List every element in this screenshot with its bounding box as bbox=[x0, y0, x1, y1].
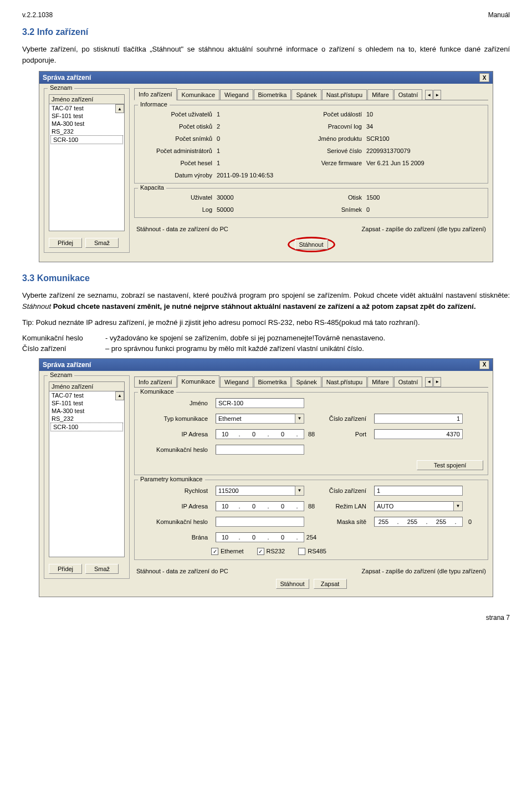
tab-biometrika[interactable]: Biometrika bbox=[254, 89, 291, 100]
ip-octet[interactable]: 0 bbox=[276, 431, 289, 437]
text-span: Vyberte zařízení ze seznamu, zobrazí se … bbox=[22, 291, 510, 299]
input-heslo[interactable] bbox=[216, 445, 304, 455]
device-list[interactable]: ▲ TAC-07 test SF-101 test MA-300 test RS… bbox=[49, 391, 125, 557]
list-item[interactable]: RS_232 bbox=[49, 415, 124, 423]
tab-scroll-left-icon[interactable]: ◄ bbox=[425, 377, 433, 387]
tab-nast-pristupu[interactable]: Nast.přístupu bbox=[322, 89, 367, 100]
lbl-kap-uzivatel: Uživatel bbox=[139, 194, 217, 201]
highlight-ellipse: Stáhnout bbox=[288, 237, 335, 252]
val-pocet-hesel: 1 bbox=[217, 160, 283, 166]
add-button[interactable]: Přidej bbox=[49, 564, 82, 574]
tab-scroll-left-icon[interactable]: ◄ bbox=[425, 90, 433, 100]
close-icon[interactable]: X bbox=[479, 360, 489, 369]
chevron-down-icon[interactable]: ▼ bbox=[454, 501, 463, 511]
input-p-cislo[interactable]: 1 bbox=[374, 486, 463, 496]
input-maska[interactable]: 255. 255. 255. 0 bbox=[374, 517, 463, 527]
ip-octet[interactable]: 0 bbox=[276, 503, 289, 510]
input-jmeno[interactable]: SCR-100 bbox=[216, 398, 304, 408]
write-button[interactable]: Zapsat bbox=[314, 579, 347, 589]
doc-version: v.2.2.1038 bbox=[22, 11, 53, 19]
ip-octet[interactable]: 10 bbox=[218, 503, 232, 510]
ip-octet[interactable]: 0 bbox=[247, 534, 260, 541]
tab-scroll-right-icon[interactable]: ► bbox=[433, 377, 441, 387]
input-p-ip[interactable]: 10. 0. 0. 88 bbox=[216, 501, 304, 511]
tab-komunikace[interactable]: Komunikace bbox=[177, 375, 220, 388]
chevron-down-icon[interactable]: ▼ bbox=[295, 486, 304, 496]
list-item-selected[interactable]: SCR-100 bbox=[50, 423, 123, 431]
chevron-down-icon[interactable]: ▼ bbox=[295, 414, 304, 424]
checkbox-rs485[interactable]: RS485 bbox=[298, 548, 326, 555]
tab-komunikace[interactable]: Komunikace bbox=[177, 89, 220, 100]
list-header[interactable]: Jméno zařízení bbox=[49, 94, 125, 104]
tab-spanek[interactable]: Spánek bbox=[291, 89, 321, 100]
delete-button[interactable]: Smaž bbox=[85, 564, 119, 574]
tab-mifare[interactable]: Mifare bbox=[367, 376, 393, 387]
tab-scroll-right-icon[interactable]: ► bbox=[433, 90, 441, 100]
scroll-up-icon[interactable]: ▲ bbox=[115, 391, 124, 400]
val-kap-log: 50000 bbox=[217, 206, 283, 213]
dialog-titlebar[interactable]: Správa zařízení X bbox=[39, 72, 493, 84]
tab-ostatni[interactable]: Ostatní bbox=[394, 89, 422, 100]
tab-info-zarizeni[interactable]: Info zařízení bbox=[134, 88, 177, 100]
tab-nast-pristupu[interactable]: Nast.přístupu bbox=[322, 376, 367, 387]
input-brana[interactable]: 10. 0. 0. 254 bbox=[216, 532, 304, 542]
dialog-title: Správa zařízení bbox=[43, 74, 91, 82]
list-item[interactable]: TAC-07 test bbox=[49, 391, 124, 399]
legend-parametry: Parametry komunikace bbox=[138, 476, 205, 482]
device-list[interactable]: ▲ TAC-07 test SF-101 test MA-300 test RS… bbox=[49, 104, 125, 231]
fieldset-seznam: Seznam Jméno zařízení ▲ TAC-07 test SF-1… bbox=[44, 88, 130, 253]
list-item[interactable]: SF-101 test bbox=[49, 399, 124, 407]
checkbox-ethernet[interactable]: ✓ Ethernet bbox=[211, 548, 244, 555]
ip-octet[interactable]: 254 bbox=[305, 534, 318, 541]
list-item[interactable]: MA-300 test bbox=[49, 120, 124, 128]
tab-wiegand[interactable]: Wiegand bbox=[220, 376, 253, 387]
checkbox-rs232[interactable]: ✓ RS232 bbox=[257, 548, 285, 555]
download-button[interactable]: Stáhnout bbox=[276, 579, 309, 589]
delete-button[interactable]: Smaž bbox=[85, 238, 119, 248]
ip-octet[interactable]: 0 bbox=[247, 503, 260, 510]
add-button[interactable]: Přidej bbox=[49, 238, 82, 248]
list-item[interactable]: RS_232 bbox=[49, 128, 124, 135]
input-port[interactable]: 4370 bbox=[374, 429, 463, 439]
ip-octet[interactable]: 255 bbox=[377, 518, 390, 525]
list-item-selected[interactable]: SCR-100 bbox=[50, 135, 123, 144]
lbl-kap-log: Log bbox=[139, 206, 217, 213]
tab-wiegand[interactable]: Wiegand bbox=[220, 89, 253, 100]
dialog-titlebar[interactable]: Správa zařízení X bbox=[39, 359, 493, 371]
list-item[interactable]: SF-101 test bbox=[49, 112, 124, 120]
para-tip: Tip: Pokud neznáte IP adresu zařízení, j… bbox=[22, 317, 510, 328]
input-ip[interactable]: 10. 0. 0. 88 bbox=[216, 429, 304, 439]
tab-spanek[interactable]: Spánek bbox=[291, 376, 321, 387]
tab-mifare[interactable]: Mifare bbox=[367, 89, 393, 100]
input-cislo[interactable]: 1 bbox=[374, 414, 463, 424]
download-button[interactable]: Stáhnout bbox=[295, 240, 328, 250]
list-item[interactable]: TAC-07 test bbox=[49, 104, 124, 112]
tab-info-zarizeni[interactable]: Info zařízení bbox=[134, 376, 177, 387]
ip-octet[interactable]: 10 bbox=[218, 431, 232, 437]
close-icon[interactable]: X bbox=[479, 73, 489, 82]
test-connection-button[interactable]: Test spojení bbox=[417, 460, 483, 470]
dropdown-typ[interactable]: Ethernet ▼ bbox=[216, 414, 304, 424]
tab-biometrika[interactable]: Biometrika bbox=[254, 376, 291, 387]
scroll-up-icon[interactable]: ▲ bbox=[115, 104, 124, 113]
lbl-datum-vyroby: Datum výroby bbox=[139, 172, 217, 179]
ip-octet[interactable]: 255 bbox=[406, 518, 419, 525]
dropdown-rychlost[interactable]: 115200 ▼ bbox=[216, 486, 304, 496]
ip-octet[interactable]: 255 bbox=[434, 518, 448, 525]
lbl-kap-snimek: Snímek bbox=[283, 206, 366, 213]
input-p-heslo[interactable] bbox=[216, 517, 304, 527]
ip-octet[interactable]: 10 bbox=[218, 534, 232, 541]
ip-octet[interactable]: 0 bbox=[463, 518, 477, 525]
tab-ostatni[interactable]: Ostatní bbox=[394, 376, 422, 387]
ip-octet[interactable]: 0 bbox=[276, 534, 289, 541]
page-number: strana 7 bbox=[486, 614, 510, 622]
ip-octet[interactable]: 0 bbox=[247, 431, 260, 437]
dialog-sprava-zarizeni-1: Správa zařízení X Seznam Jméno zařízení … bbox=[39, 71, 493, 262]
list-item[interactable]: MA-300 test bbox=[49, 407, 124, 415]
dropdown-rezim[interactable]: AUTO ▼ bbox=[374, 501, 463, 511]
list-header[interactable]: Jméno zařízení bbox=[49, 381, 125, 391]
lbl-p-cislo: Číslo zařízení bbox=[309, 487, 370, 494]
text-span: - vyžadováno ke spojení se zařízením, do… bbox=[105, 334, 314, 342]
val-kap-uzivatel: 30000 bbox=[217, 194, 283, 201]
lbl-rychlost: Rychlost bbox=[139, 487, 211, 494]
